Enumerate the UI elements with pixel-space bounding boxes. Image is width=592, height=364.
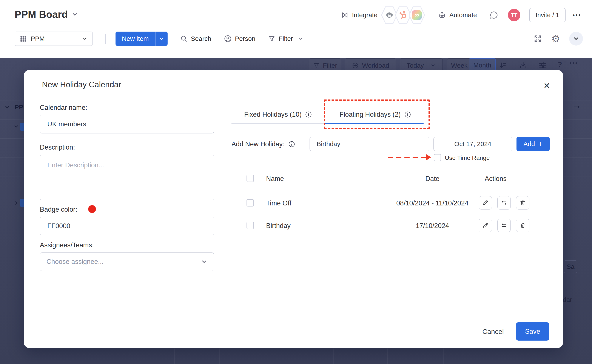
workload-icon [352,62,359,69]
filter-button[interactable]: Filter [268,35,304,43]
divider [224,103,224,307]
header-right-cluster: Integrate ∞ Automate TT Invite / 1 [341,6,581,24]
description-textarea[interactable] [40,155,214,200]
mailchimp-icon [385,10,394,20]
adobe-cc-badge[interactable]: ∞ [408,6,425,24]
pencil-icon [482,222,489,229]
top-bar: PPM Board Integrate ∞ Aut [0,0,592,58]
chevron-right-icon [14,200,19,206]
cancel-button[interactable]: Cancel [476,325,510,338]
swap-arrows-icon [501,222,507,229]
board-title-group[interactable]: PPM Board [15,9,78,20]
description-label: Description: [40,143,75,151]
arrow-right-icon: → [572,100,581,110]
info-icon[interactable] [305,111,312,118]
person-filter-button[interactable]: Person [224,35,255,43]
save-button[interactable]: Save [516,322,549,341]
convert-button[interactable] [497,219,511,232]
new-item-button[interactable]: New item [115,32,168,46]
assignees-label: Assignees/Teams: [40,241,94,249]
add-new-holiday-label: Add New Holiday: [232,140,295,148]
updates-button[interactable] [489,11,499,20]
chevron-down-icon[interactable] [298,36,304,42]
hubspot-icon [398,10,408,20]
sort-icon [499,61,507,70]
chat-bubble-icon [489,11,499,20]
help-icon: ? [558,60,562,69]
row-checkbox[interactable] [246,222,254,229]
expand-icon[interactable] [533,34,542,43]
assignee-select[interactable]: Choose assignee... [40,253,214,271]
chevron-down-icon [4,104,10,110]
trash-icon [519,199,526,206]
delete-button[interactable] [516,219,529,232]
close-icon[interactable]: ✕ [542,81,552,91]
select-all-checkbox[interactable] [246,175,254,182]
delete-button[interactable] [516,196,529,209]
edit-button[interactable] [479,196,492,209]
swap-arrows-icon [501,199,507,206]
page-title: PPM Board [15,9,68,20]
automate-button[interactable]: Automate [438,11,477,19]
plus-icon: + [538,140,543,148]
gear-icon[interactable]: ⚙ [551,33,560,45]
chevron-down-icon[interactable] [72,11,78,18]
integrate-button[interactable]: Integrate [341,11,377,19]
column-header-name: Name [266,175,284,183]
header-more-menu[interactable]: ••• [573,12,581,19]
convert-button[interactable] [497,196,511,209]
badge-color-input[interactable] [40,217,214,235]
info-icon[interactable] [288,141,295,148]
avatar[interactable]: TT [508,9,520,21]
use-time-range-label: Use Time Range [445,155,490,161]
annotation-arrow-head [426,154,431,160]
board-toolbar: PPM New item Search Person [15,32,304,46]
new-holiday-calendar-modal: New Holiday Calendar ✕ Calendar name: De… [24,70,563,348]
bg-item-bar [20,199,24,207]
search-label: Search [191,35,211,42]
board-selector[interactable]: PPM [15,32,93,46]
column-header-actions: Actions [469,175,523,183]
tab-fixed-holidays[interactable]: Fixed Holidays (10) [232,106,325,123]
chevron-down-icon [573,35,579,42]
edit-button[interactable] [479,219,492,232]
invite-button[interactable]: Invite / 1 [529,8,565,22]
holiday-name-input[interactable] [310,137,429,151]
integrate-icon [341,11,349,19]
holiday-name: Time Off [266,199,291,207]
automate-label: Automate [449,11,477,19]
holiday-date-input[interactable] [433,137,512,151]
calendar-name-label: Calendar name: [40,104,87,111]
person-label: Person [235,35,255,42]
assignee-placeholder: Choose assignee... [47,258,201,266]
filter-funnel-icon [268,35,276,43]
modal-title: New Holiday Calendar [42,80,121,89]
bg-item-bar [20,123,24,131]
download-icon [519,61,527,70]
bg-more-menu-icon: ••• [570,60,578,66]
board-grid-icon [20,35,27,42]
view-controls: ⚙ [533,32,583,46]
bg-partial-text: dar [563,296,572,303]
new-item-dropdown[interactable] [155,36,167,42]
row-checkbox[interactable] [246,199,254,207]
bg-partial-button: Sa [564,260,577,273]
new-item-label[interactable]: New item [115,35,155,42]
chevron-down-icon [201,259,207,265]
search-icon [180,35,188,43]
filter-label: Filter [279,35,293,42]
search-button[interactable]: Search [180,35,211,43]
add-button[interactable]: Add + [517,137,550,151]
settings-sliders-icon [538,61,547,70]
badge-color-swatch[interactable] [88,205,96,213]
adobe-cc-icon: ∞ [412,10,422,20]
collapse-header-button[interactable] [569,32,583,46]
calendar-name-input[interactable] [40,115,214,133]
board-selector-value: PPM [31,35,78,42]
column-header-date: Date [381,175,484,183]
use-time-range-checkbox[interactable] [434,154,441,161]
automate-robot-icon [438,11,446,19]
holiday-date: 17/10/2024 [381,222,484,230]
integrate-label: Integrate [352,11,377,19]
integration-app-badges[interactable]: ∞ [381,6,425,24]
